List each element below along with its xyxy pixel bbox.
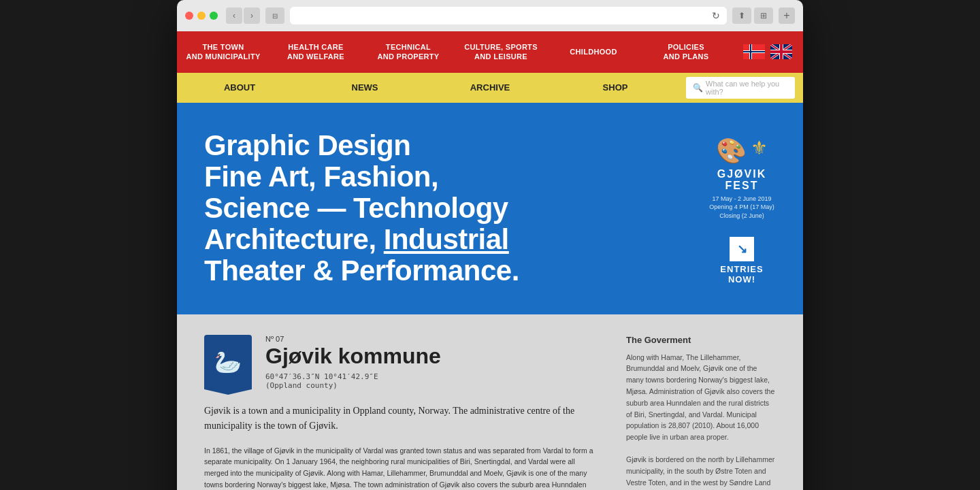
side-content: The Goverment Along with Hamar, The Lill… <box>626 335 776 490</box>
uk-flag[interactable] <box>770 44 792 59</box>
flag-container <box>732 37 803 67</box>
search-placeholder: What can we help you with? <box>706 80 788 96</box>
svg-rect-4 <box>743 51 765 52</box>
nav-item-policies[interactable]: Policies And Plans <box>640 37 732 67</box>
add-tab-button[interactable]: ⊞ <box>754 7 773 24</box>
search-icon: 🔍 <box>693 83 703 93</box>
browser-window: ‹ › ⊟ ↻ ⬆ ⊞ + The Town And Municipality … <box>177 0 803 490</box>
fullscreen-button[interactable] <box>210 12 218 20</box>
coat-of-arms-icon: ⚜ <box>751 137 768 165</box>
kommune-title: Gjøvik kommune <box>265 344 441 368</box>
top-nav-items: The Town And Municipality Health Care An… <box>177 37 732 67</box>
hero-title: Graphic Design Fine Art, Fashion, Scienc… <box>204 130 701 287</box>
hero-sidebar: 🎨 ⚜ GJØVIK FEST 17 May - 2 June 2019 Ope… <box>701 130 783 285</box>
minimize-button[interactable] <box>197 12 206 20</box>
side-text-2: Gjøvik is bordered on the north by Lille… <box>626 454 776 490</box>
kommune-header: 🦢 Nº 07 Gjøvik kommune 60°47′36.3″N 10°4… <box>204 335 599 390</box>
coat-badge: 🦢 <box>204 335 252 389</box>
traffic-lights <box>185 12 218 20</box>
fest-name: GJØVIK FEST <box>717 168 766 192</box>
swan-icon: 🦢 <box>214 349 242 375</box>
body-text: In 1861, the village of Gjøvik in the mu… <box>204 445 599 491</box>
nav-about[interactable]: About <box>177 76 302 99</box>
fest-logo: 🎨 ⚜ GJØVIK FEST 17 May - 2 June 2019 Ope… <box>709 137 774 220</box>
fest-decorative-icon: 🎨 <box>716 137 747 165</box>
reload-button[interactable]: ↻ <box>712 10 720 21</box>
new-tab-button[interactable]: + <box>779 7 795 24</box>
search-box[interactable]: 🔍 What can we help you with? <box>686 77 795 99</box>
nav-item-culture[interactable]: Culture, Sports And Leisure <box>455 37 547 67</box>
hero-section: Graphic Design Fine Art, Fashion, Scienc… <box>177 103 803 314</box>
nav-news[interactable]: News <box>302 76 427 99</box>
side-heading: The Goverment <box>626 335 776 345</box>
share-button[interactable]: ⬆ <box>732 7 751 24</box>
kommune-info: Nº 07 Gjøvik kommune 60°47′36.3″N 10°41′… <box>265 335 441 390</box>
sidebar-button[interactable]: ⊟ <box>265 7 284 24</box>
nav-arrows: ‹ › <box>226 7 260 24</box>
content-section: 🦢 Nº 07 Gjøvik kommune 60°47′36.3″N 10°4… <box>177 314 803 490</box>
side-text-1: Along with Hamar, The Lillehammer, Brumu… <box>626 352 776 443</box>
nav-archive[interactable]: Archive <box>427 76 553 99</box>
nav-item-health[interactable]: Health Care And Welfare <box>270 37 362 67</box>
fest-icons: 🎨 ⚜ <box>716 137 768 165</box>
arrow-down-right-icon: ↘ <box>730 237 754 261</box>
svg-rect-13 <box>770 50 792 53</box>
hero-text: Graphic Design Fine Art, Fashion, Scienc… <box>204 130 701 287</box>
browser-actions: ⬆ ⊞ <box>732 7 773 24</box>
intro-text: Gjøvik is a town and a municipality in O… <box>204 404 599 434</box>
nav-item-town[interactable]: The Town And Municipality <box>177 37 270 67</box>
website: The Town And Municipality Health Care An… <box>177 31 803 490</box>
badge-number: Nº 07 <box>265 335 441 343</box>
back-button[interactable]: ‹ <box>226 7 242 24</box>
entries-button[interactable]: ↘ ENTRIES NOW! <box>720 237 763 285</box>
url-bar[interactable]: ↻ <box>290 7 727 24</box>
main-content: 🦢 Nº 07 Gjøvik kommune 60°47′36.3″N 10°4… <box>204 335 599 490</box>
secondary-nav-items: About News Archive Shop <box>177 76 678 99</box>
top-nav: The Town And Municipality Health Care An… <box>177 31 803 73</box>
nav-item-technical[interactable]: Technical And Property <box>362 37 455 67</box>
hero-title-line4: Architecture, Industrial <box>204 224 701 255</box>
entries-label: ENTRIES NOW! <box>720 264 763 285</box>
nav-shop[interactable]: Shop <box>553 76 678 99</box>
norwegian-flag[interactable] <box>743 44 765 59</box>
coordinates: 60°47′36.3″N 10°41′42.9″E (Oppland count… <box>265 372 441 390</box>
secondary-nav: About News Archive Shop 🔍 What can we he… <box>177 73 803 103</box>
forward-button[interactable]: › <box>244 7 260 24</box>
close-button[interactable] <box>185 12 193 20</box>
browser-chrome: ‹ › ⊟ ↻ ⬆ ⊞ + <box>177 0 803 31</box>
nav-item-childhood[interactable]: Childhood <box>547 42 640 62</box>
fest-dates: 17 May - 2 June 2019 Opening 4 PM (17 Ma… <box>709 195 774 220</box>
